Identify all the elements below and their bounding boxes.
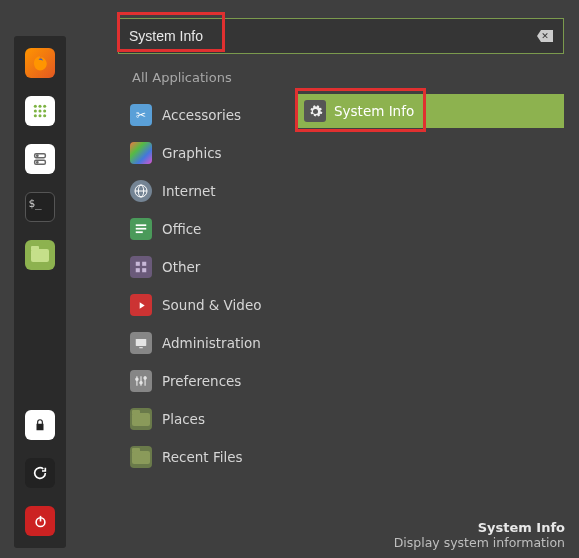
graphics-icon <box>130 142 152 164</box>
app-description: System Info Display system information <box>394 520 565 550</box>
clear-search-icon[interactable]: ✕ <box>537 30 553 42</box>
svg-point-1 <box>34 105 37 108</box>
category-label: Other <box>162 259 200 275</box>
files-icon[interactable] <box>25 144 55 174</box>
applications-icon[interactable] <box>25 96 55 126</box>
svg-point-13 <box>37 162 38 163</box>
preferences-icon <box>130 370 152 392</box>
category-label: Sound & Video <box>162 297 261 313</box>
category-other[interactable]: Other <box>130 252 261 282</box>
search-input[interactable] <box>129 28 537 44</box>
svg-rect-19 <box>136 224 147 226</box>
power-icon[interactable] <box>25 506 55 536</box>
svg-point-12 <box>37 155 38 156</box>
search-field[interactable]: ✕ <box>118 18 564 54</box>
category-places[interactable]: Places <box>130 404 261 434</box>
other-icon <box>130 256 152 278</box>
svg-point-33 <box>144 377 146 379</box>
category-preferences[interactable]: Preferences <box>130 366 261 396</box>
accessories-icon: ✂ <box>130 104 152 126</box>
svg-rect-23 <box>142 262 146 266</box>
file-manager-icon[interactable] <box>25 240 55 270</box>
category-administration[interactable]: Administration <box>130 328 261 358</box>
category-sound-video[interactable]: Sound & Video <box>130 290 261 320</box>
app-description-text: Display system information <box>394 535 565 550</box>
svg-rect-24 <box>136 268 140 272</box>
category-label: Office <box>162 221 201 237</box>
category-list: All Applications ✂ Accessories Graphics … <box>130 64 261 472</box>
svg-point-32 <box>140 382 142 384</box>
sound-video-icon <box>130 294 152 316</box>
restart-icon[interactable] <box>25 458 55 488</box>
svg-rect-25 <box>142 268 146 272</box>
result-system-info[interactable]: System Info <box>298 94 420 128</box>
places-icon <box>130 408 152 430</box>
svg-rect-20 <box>136 228 147 230</box>
category-recent-files[interactable]: Recent Files <box>130 442 261 472</box>
category-label: Graphics <box>162 145 222 161</box>
svg-point-8 <box>38 114 41 117</box>
category-label: Places <box>162 411 205 427</box>
svg-rect-26 <box>136 339 147 346</box>
svg-point-31 <box>136 378 138 380</box>
svg-rect-21 <box>136 231 143 233</box>
office-icon <box>130 218 152 240</box>
firefox-icon[interactable] <box>25 48 55 78</box>
category-label: Accessories <box>162 107 241 123</box>
internet-icon <box>130 180 152 202</box>
app-description-title: System Info <box>394 520 565 535</box>
category-all-applications[interactable]: All Applications <box>132 64 261 90</box>
lock-icon[interactable] <box>25 410 55 440</box>
gear-icon <box>304 100 326 122</box>
category-label: All Applications <box>132 70 232 85</box>
category-office[interactable]: Office <box>130 214 261 244</box>
svg-rect-27 <box>139 347 143 348</box>
category-label: Administration <box>162 335 261 351</box>
terminal-icon[interactable]: $_ <box>25 192 55 222</box>
category-internet[interactable]: Internet <box>130 176 261 206</box>
svg-point-7 <box>34 114 37 117</box>
svg-rect-22 <box>136 262 140 266</box>
category-accessories[interactable]: ✂ Accessories <box>130 100 261 130</box>
category-label: Internet <box>162 183 216 199</box>
category-graphics[interactable]: Graphics <box>130 138 261 168</box>
svg-point-6 <box>43 109 46 112</box>
svg-point-5 <box>38 109 41 112</box>
svg-point-9 <box>43 114 46 117</box>
svg-point-2 <box>38 105 41 108</box>
result-label: System Info <box>334 103 414 119</box>
administration-icon <box>130 332 152 354</box>
category-label: Preferences <box>162 373 241 389</box>
recent-files-icon <box>130 446 152 468</box>
category-label: Recent Files <box>162 449 243 465</box>
svg-point-3 <box>43 105 46 108</box>
dock: $_ <box>14 36 66 548</box>
svg-point-4 <box>34 109 37 112</box>
